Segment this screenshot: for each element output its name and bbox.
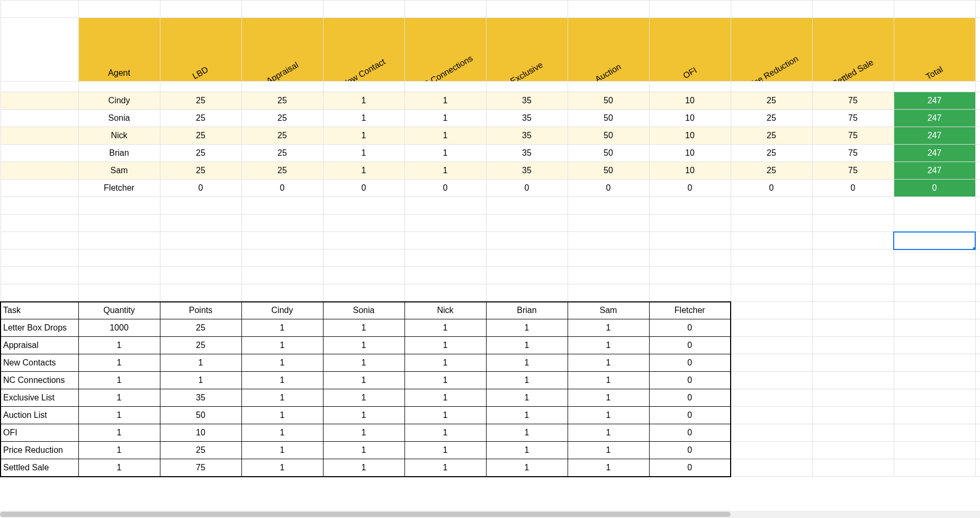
cell[interactable] xyxy=(975,407,980,424)
value-cell[interactable]: 25 xyxy=(731,127,812,145)
cell[interactable] xyxy=(731,82,812,92)
value-cell[interactable]: 25 xyxy=(731,162,812,180)
cell[interactable] xyxy=(1,145,78,162)
total-cell[interactable]: 247 xyxy=(894,92,975,110)
total-cell[interactable]: 0 xyxy=(894,180,975,197)
cell[interactable] xyxy=(160,249,241,267)
cell[interactable] xyxy=(731,354,812,372)
cell[interactable] xyxy=(975,82,980,92)
value-cell[interactable]: 25 xyxy=(241,162,323,180)
cell[interactable] xyxy=(812,197,894,215)
task-cell[interactable]: 1 xyxy=(241,354,323,372)
value-cell[interactable]: 35 xyxy=(486,162,568,180)
cell[interactable] xyxy=(323,197,404,215)
row-blank[interactable] xyxy=(1,232,980,249)
task-cell[interactable]: 1 xyxy=(241,319,323,337)
task-header-cell[interactable]: Fletcher xyxy=(649,302,731,319)
task-cell[interactable]: 1 xyxy=(78,442,160,459)
total-cell[interactable]: 247 xyxy=(894,145,975,162)
task-cell[interactable]: 1 xyxy=(404,407,486,424)
cell[interactable] xyxy=(568,215,649,232)
cell[interactable] xyxy=(1,1,78,18)
cell[interactable] xyxy=(568,249,649,267)
value-cell[interactable]: 25 xyxy=(160,110,241,127)
value-cell[interactable]: 10 xyxy=(649,92,731,110)
agent-row[interactable]: Sonia2525113550102575247 xyxy=(1,110,980,127)
task-cell[interactable]: 1 xyxy=(568,389,649,407)
cell[interactable] xyxy=(975,389,980,407)
cell[interactable] xyxy=(731,302,812,319)
cell[interactable] xyxy=(1,110,78,127)
task-cell[interactable]: 25 xyxy=(160,337,241,354)
cell[interactable] xyxy=(894,442,975,459)
task-cell[interactable]: 1 xyxy=(486,459,568,477)
task-cell[interactable]: 25 xyxy=(160,442,241,459)
header-lbd[interactable]: LBD xyxy=(160,18,241,82)
value-cell[interactable]: 1 xyxy=(323,145,404,162)
header-ofi[interactable]: OFI xyxy=(649,18,731,82)
cell[interactable] xyxy=(160,1,241,18)
task-header-cell[interactable]: Nick xyxy=(404,302,486,319)
cell[interactable] xyxy=(486,82,568,92)
cell[interactable] xyxy=(486,267,568,284)
task-cell[interactable]: 1 xyxy=(568,407,649,424)
row-blank[interactable] xyxy=(1,267,980,284)
cell[interactable] xyxy=(731,215,812,232)
cell[interactable] xyxy=(975,354,980,372)
cell[interactable] xyxy=(1,82,78,92)
value-cell[interactable]: 25 xyxy=(731,145,812,162)
cell[interactable] xyxy=(323,249,404,267)
task-header-cell[interactable]: Sam xyxy=(568,302,649,319)
cell[interactable] xyxy=(241,267,323,284)
cell[interactable] xyxy=(241,232,323,249)
cell[interactable] xyxy=(812,442,894,459)
header-settled-sale[interactable]: Settled Sale xyxy=(812,18,894,82)
cell[interactable] xyxy=(649,197,731,215)
agent-row[interactable]: Cindy2525113550102575247 xyxy=(1,92,980,110)
agent-row[interactable]: Nick2525113550102575247 xyxy=(1,127,980,145)
task-cell[interactable]: 1 xyxy=(404,319,486,337)
value-cell[interactable]: 10 xyxy=(649,162,731,180)
row-blank-top[interactable] xyxy=(1,1,980,18)
cell[interactable] xyxy=(241,82,323,92)
task-row[interactable]: Price Reduction125111110 xyxy=(1,442,980,459)
value-cell[interactable]: 25 xyxy=(241,145,323,162)
task-cell[interactable]: 0 xyxy=(649,442,731,459)
cell[interactable] xyxy=(241,197,323,215)
value-cell[interactable]: 50 xyxy=(568,92,649,110)
task-cell[interactable]: OFI xyxy=(1,424,78,442)
task-row[interactable]: Appraisal125111110 xyxy=(1,337,980,354)
task-cell[interactable]: 1 xyxy=(323,337,404,354)
cell[interactable] xyxy=(404,215,486,232)
value-cell[interactable]: 25 xyxy=(731,92,812,110)
cell[interactable] xyxy=(812,459,894,477)
task-cell[interactable]: 1 xyxy=(486,424,568,442)
cell[interactable] xyxy=(649,249,731,267)
task-row[interactable]: New Contacts11111110 xyxy=(1,354,980,372)
task-cell[interactable]: 1 xyxy=(241,424,323,442)
value-cell[interactable]: 50 xyxy=(568,127,649,145)
task-cell[interactable]: 10 xyxy=(160,424,241,442)
task-cell[interactable]: 1 xyxy=(241,337,323,354)
value-cell[interactable]: 35 xyxy=(486,145,568,162)
task-cell[interactable]: 1 xyxy=(568,354,649,372)
cell[interactable] xyxy=(975,267,980,284)
cell[interactable] xyxy=(568,284,649,302)
task-cell[interactable]: NC Connections xyxy=(1,372,78,389)
task-header-cell[interactable]: Cindy xyxy=(241,302,323,319)
cell[interactable] xyxy=(160,197,241,215)
cell[interactable] xyxy=(241,249,323,267)
cell[interactable] xyxy=(486,1,568,18)
agent-row[interactable]: Fletcher0000000000 xyxy=(1,180,980,197)
value-cell[interactable]: 0 xyxy=(404,180,486,197)
cell[interactable] xyxy=(160,215,241,232)
task-cell[interactable]: 25 xyxy=(160,319,241,337)
cell[interactable] xyxy=(812,232,894,249)
cell[interactable] xyxy=(975,337,980,354)
task-cell[interactable]: 1 xyxy=(486,354,568,372)
task-cell[interactable]: 0 xyxy=(649,424,731,442)
cell[interactable] xyxy=(975,92,980,110)
task-cell[interactable]: 1 xyxy=(323,407,404,424)
cell[interactable] xyxy=(731,442,812,459)
cell[interactable] xyxy=(568,232,649,249)
